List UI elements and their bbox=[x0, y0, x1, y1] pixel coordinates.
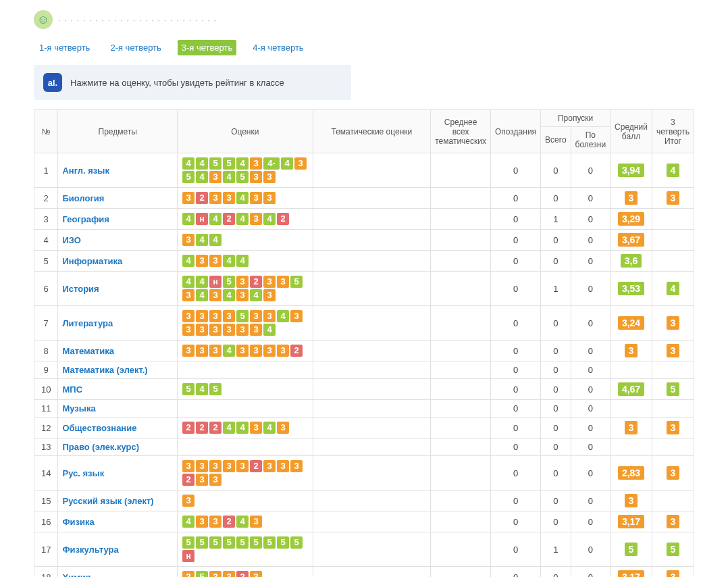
grade-mark[interactable]: 4 bbox=[223, 345, 235, 357]
grade-mark[interactable]: 3 bbox=[250, 324, 262, 336]
subject-link[interactable]: Литература bbox=[62, 318, 113, 328]
grade-mark[interactable]: н bbox=[196, 213, 208, 225]
grade-mark[interactable]: 4 bbox=[236, 213, 249, 225]
quarter-tab-3[interactable]: 3-я четверть bbox=[178, 40, 236, 55]
grade-mark[interactable]: 3 bbox=[223, 310, 235, 322]
grade-mark[interactable]: 4 bbox=[236, 157, 249, 170]
grade-mark[interactable]: 3 bbox=[236, 289, 249, 301]
grade-mark[interactable]: 3 bbox=[263, 171, 276, 183]
grade-mark[interactable]: 2 bbox=[250, 276, 262, 288]
grade-mark[interactable]: 3 bbox=[196, 460, 208, 472]
grade-mark[interactable]: 3 bbox=[182, 310, 194, 322]
grade-mark[interactable]: 4 bbox=[263, 324, 276, 336]
grade-mark[interactable]: 2 bbox=[277, 213, 289, 225]
grade-mark[interactable]: 3 bbox=[209, 460, 222, 472]
grade-mark[interactable]: 5 bbox=[263, 536, 276, 549]
grade-mark[interactable]: 2 bbox=[182, 422, 194, 434]
grade-mark[interactable]: 3 bbox=[182, 495, 194, 507]
grade-mark[interactable]: 3 bbox=[223, 460, 235, 472]
grade-mark[interactable]: н bbox=[209, 276, 222, 288]
grade-mark[interactable]: 5 bbox=[250, 536, 262, 549]
grade-mark[interactable]: 3 bbox=[209, 571, 222, 577]
grade-mark[interactable]: 2 bbox=[236, 571, 249, 577]
grade-mark[interactable]: 3 bbox=[263, 289, 276, 301]
grade-mark[interactable]: 3 bbox=[196, 255, 208, 267]
grade-mark[interactable]: 3 bbox=[277, 345, 289, 357]
grade-mark[interactable]: 2 bbox=[223, 213, 235, 225]
grade-mark[interactable]: 4 bbox=[263, 213, 276, 225]
grade-mark[interactable]: 3 bbox=[209, 289, 222, 301]
grade-mark[interactable]: н bbox=[182, 550, 194, 562]
subject-link[interactable]: Математика bbox=[62, 346, 113, 356]
grade-mark[interactable]: 4- bbox=[263, 157, 280, 170]
grade-mark[interactable]: 4 bbox=[196, 171, 208, 183]
grade-mark[interactable]: 3 bbox=[263, 310, 276, 322]
subject-link[interactable]: Химия bbox=[62, 572, 90, 578]
grade-mark[interactable]: 3 bbox=[209, 171, 222, 183]
subject-link[interactable]: История bbox=[62, 284, 99, 294]
subject-link[interactable]: Русский язык (элект) bbox=[62, 496, 153, 506]
grade-mark[interactable]: 4 bbox=[281, 157, 293, 170]
subject-link[interactable]: МПС bbox=[62, 384, 82, 395]
grade-mark[interactable]: 4 bbox=[236, 255, 249, 267]
grade-mark[interactable]: 3 bbox=[236, 276, 249, 288]
subject-link[interactable]: ИЗО bbox=[62, 235, 80, 245]
grade-mark[interactable]: 4 bbox=[182, 157, 194, 170]
grade-mark[interactable]: 3 bbox=[250, 516, 262, 528]
quarter-tab-1[interactable]: 1-я четверть bbox=[35, 40, 94, 55]
grade-mark[interactable]: 5 bbox=[277, 536, 289, 549]
grade-mark[interactable]: 5 bbox=[290, 536, 303, 549]
grade-mark[interactable]: 5 bbox=[236, 171, 249, 183]
grade-mark[interactable]: 4 bbox=[196, 276, 208, 288]
grade-mark[interactable]: 3 bbox=[196, 474, 208, 486]
grade-mark[interactable]: 3 bbox=[182, 192, 194, 204]
grade-mark[interactable]: 4 bbox=[223, 289, 235, 301]
subject-link[interactable]: Музыка bbox=[62, 403, 95, 413]
grade-mark[interactable]: 3 bbox=[182, 234, 194, 246]
grade-mark[interactable]: 3 bbox=[250, 192, 262, 204]
grade-mark[interactable]: 5 bbox=[182, 171, 194, 183]
grade-mark[interactable]: 3 bbox=[236, 345, 249, 357]
grade-mark[interactable]: 3 bbox=[223, 571, 235, 577]
grade-mark[interactable]: 4 bbox=[196, 289, 208, 301]
grade-mark[interactable]: 4 bbox=[182, 255, 194, 267]
grade-mark[interactable]: 3 bbox=[182, 289, 194, 301]
grade-mark[interactable]: 4 bbox=[236, 516, 249, 528]
grade-mark[interactable]: 3 bbox=[223, 192, 235, 204]
grade-mark[interactable]: 3 bbox=[182, 345, 194, 357]
subject-link[interactable]: География bbox=[62, 214, 109, 224]
subject-link[interactable]: Рус. язык bbox=[62, 468, 104, 478]
grade-mark[interactable]: 5 bbox=[236, 310, 249, 322]
grade-mark[interactable]: 3 bbox=[223, 324, 235, 336]
grade-mark[interactable]: 3 bbox=[236, 324, 249, 336]
grade-mark[interactable]: 2 bbox=[223, 516, 235, 528]
grade-mark[interactable]: 3 bbox=[182, 324, 194, 336]
grade-mark[interactable]: 5 bbox=[196, 571, 208, 577]
grade-mark[interactable]: 5 bbox=[196, 536, 208, 549]
grade-mark[interactable]: 3 bbox=[182, 460, 194, 472]
grade-mark[interactable]: 4 bbox=[236, 192, 249, 204]
quarter-tab-2[interactable]: 2-я четверть bbox=[106, 40, 165, 55]
grade-mark[interactable]: 3 bbox=[250, 571, 262, 577]
grade-mark[interactable]: 3 bbox=[196, 516, 208, 528]
grade-mark[interactable]: 3 bbox=[182, 571, 194, 577]
grade-mark[interactable]: 3 bbox=[277, 460, 289, 472]
grade-mark[interactable]: 3 bbox=[250, 157, 262, 170]
grade-mark[interactable]: 3 bbox=[294, 157, 307, 170]
grade-mark[interactable]: 4 bbox=[196, 234, 208, 246]
grade-mark[interactable]: 3 bbox=[250, 213, 262, 225]
grade-mark[interactable]: 3 bbox=[290, 460, 303, 472]
quarter-tab-4[interactable]: 4-я четверть bbox=[249, 40, 307, 55]
grade-mark[interactable]: 3 bbox=[236, 460, 249, 472]
grade-mark[interactable]: 5 bbox=[223, 276, 235, 288]
grade-mark[interactable]: 4 bbox=[223, 422, 235, 434]
grade-mark[interactable]: 3 bbox=[290, 310, 303, 322]
grade-mark[interactable]: 3 bbox=[263, 460, 276, 472]
grade-mark[interactable]: 3 bbox=[250, 171, 262, 183]
grade-mark[interactable]: 4 bbox=[182, 516, 194, 528]
grade-mark[interactable]: 3 bbox=[263, 345, 276, 357]
grade-mark[interactable]: 4 bbox=[196, 157, 208, 170]
grade-mark[interactable]: 2 bbox=[196, 192, 208, 204]
grade-mark[interactable]: 5 bbox=[223, 157, 235, 170]
grade-mark[interactable]: 4 bbox=[182, 276, 194, 288]
